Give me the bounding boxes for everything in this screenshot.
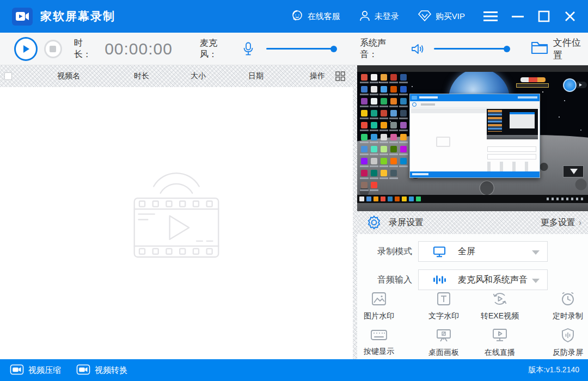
user-icon xyxy=(359,10,371,23)
feature-key-display[interactable]: 按键显示 xyxy=(353,328,405,357)
feature-live-stream[interactable]: 在线直播 xyxy=(474,328,526,358)
screen-preview-thumbnail[interactable] xyxy=(357,65,588,211)
column-video-name[interactable]: 视频名 xyxy=(57,71,80,81)
video-compress-button[interactable]: 视频压缩 xyxy=(10,364,61,377)
chevron-down-icon xyxy=(532,279,540,283)
mini-app-window-decor xyxy=(409,94,540,178)
more-settings-button[interactable]: 更多设置 › xyxy=(541,217,581,229)
stop-record-button[interactable] xyxy=(44,40,62,58)
mic-volume-slider[interactable] xyxy=(266,45,336,53)
record-mode-value: 全屏 xyxy=(458,246,475,257)
mic-label: 麦克风： xyxy=(200,38,234,60)
column-operation[interactable]: 操作 xyxy=(310,71,325,81)
mic-slider-thumb[interactable] xyxy=(330,46,337,52)
menu-button[interactable] xyxy=(483,11,498,21)
column-date[interactable]: 日期 xyxy=(248,71,264,81)
main-area: 视频名 时长 大小 日期 操作 xyxy=(0,65,588,359)
app-logo-icon xyxy=(12,8,33,26)
mini-float-ball-decor xyxy=(563,78,577,92)
online-service-button[interactable]: 在线客服 xyxy=(291,9,340,24)
audio-input-dropdown[interactable]: 麦克风和系统声音 xyxy=(418,269,548,290)
column-size[interactable]: 大小 xyxy=(191,71,206,81)
audio-input-label: 音频输入 xyxy=(377,274,412,286)
preview-bottom-strip xyxy=(357,203,588,211)
app-title: 家软屏幕录制 xyxy=(40,9,115,24)
system-slider-thumb[interactable] xyxy=(504,46,510,52)
view-grid-toggle-icon[interactable] xyxy=(335,71,345,83)
speaker-icon[interactable] xyxy=(411,42,425,56)
empty-video-list-icon xyxy=(125,169,228,263)
mini-widget-label-decor xyxy=(516,83,549,88)
mini-watermark-decor xyxy=(563,165,584,177)
waveform-icon xyxy=(433,274,446,286)
start-record-button[interactable] xyxy=(14,37,38,61)
mini-record-widget-decor xyxy=(520,77,546,82)
video-convert-button[interactable]: 视频转换 xyxy=(76,364,127,377)
feature-anti-record-block[interactable]: 反防录屏 xyxy=(542,328,588,358)
timer-record-icon xyxy=(560,291,576,309)
record-settings-bar: 录屏设置 更多设置 › xyxy=(357,211,588,234)
settings-content: 录制模式 全屏 音频输入 xyxy=(357,234,588,359)
video-camera-icon xyxy=(10,364,24,377)
drawing-board-icon xyxy=(436,328,452,345)
feature-timer-record[interactable]: 定时录制 xyxy=(542,291,588,321)
record-mode-label: 录制模式 xyxy=(377,246,412,257)
version-label: 版本:v1.5.2140 xyxy=(529,365,579,375)
minimize-button[interactable] xyxy=(512,11,524,21)
live-stream-icon xyxy=(492,328,508,345)
key-display-icon xyxy=(370,328,388,344)
preview-top-strip xyxy=(357,65,588,72)
desktop-icons-decor xyxy=(359,73,411,195)
monitor-icon xyxy=(433,246,446,257)
video-list-header: 视频名 时长 大小 日期 操作 xyxy=(0,65,353,87)
feature-exe-video[interactable]: 转EXE视频 xyxy=(474,291,526,321)
column-duration[interactable]: 时长 xyxy=(134,71,149,81)
buy-vip-button[interactable]: 购买VIP xyxy=(418,10,465,23)
duration-label: 时长： xyxy=(74,38,99,60)
login-button[interactable]: 未登录 xyxy=(359,10,399,23)
headset-icon xyxy=(291,9,304,24)
record-mode-dropdown[interactable]: 全屏 xyxy=(418,241,548,262)
feature-drawing-board[interactable]: 桌面画板 xyxy=(418,328,470,358)
video-list-panel: 视频名 时长 大小 日期 操作 xyxy=(0,65,353,359)
mini-float-controls-decor xyxy=(577,82,587,88)
duration-value: 00:00:00 xyxy=(105,40,173,58)
maximize-button[interactable] xyxy=(538,10,550,22)
folder-icon xyxy=(531,40,548,58)
file-location-button[interactable]: 文件位置 xyxy=(531,36,588,62)
audio-input-value: 麦克风和系统声音 xyxy=(458,274,528,286)
gear-icon xyxy=(366,214,382,231)
record-toolbar: 时长： 00:00:00 麦克风： 系统声音： 文件位置 xyxy=(0,33,588,65)
feature-image-watermark[interactable]: 图片水印 xyxy=(353,291,405,321)
chevron-down-icon xyxy=(532,250,540,255)
system-sound-label: 系统声音： xyxy=(360,38,402,60)
chevron-right-icon: › xyxy=(579,218,581,228)
title-bar: 家软屏幕录制 在线客服 未登录 xyxy=(0,0,588,33)
record-settings-title: 录屏设置 xyxy=(389,217,424,229)
settings-panel: 录屏设置 更多设置 › 录制模式 全屏 xyxy=(357,65,588,359)
anti-record-block-icon xyxy=(560,328,575,345)
text-watermark-icon xyxy=(436,291,451,309)
select-all-checkbox[interactable] xyxy=(4,72,12,80)
close-button[interactable] xyxy=(564,10,576,22)
feature-text-watermark[interactable]: 文字水印 xyxy=(418,291,470,321)
image-watermark-icon xyxy=(371,291,387,309)
system-volume-slider[interactable] xyxy=(434,45,509,53)
video-camera-icon xyxy=(76,364,90,377)
microphone-icon[interactable] xyxy=(242,42,254,56)
vip-diamond-icon xyxy=(418,10,432,23)
footer-bar: 视频压缩 视频转换 版本:v1.5.2140 xyxy=(0,359,588,381)
exe-video-icon xyxy=(492,291,508,309)
mini-taskbar-decor xyxy=(357,195,588,203)
